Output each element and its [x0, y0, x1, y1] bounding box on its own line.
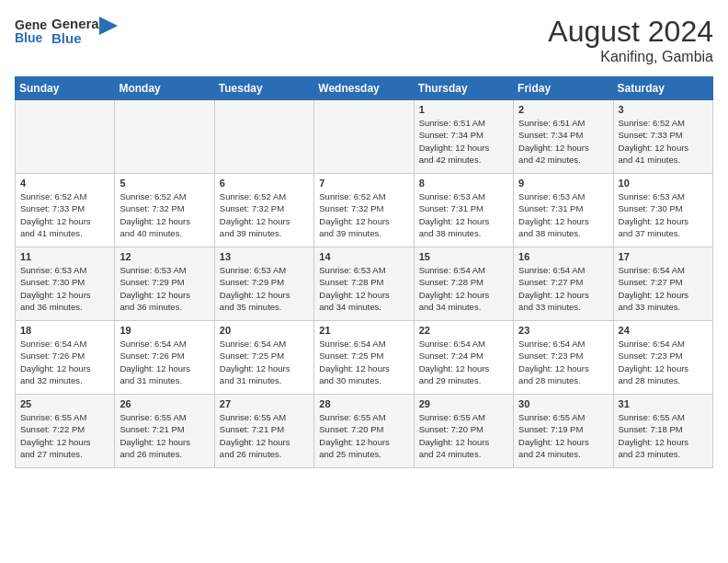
day-number: 31 — [619, 398, 708, 409]
calendar-cell: 29Sunrise: 6:55 AM Sunset: 7:20 PM Dayli… — [414, 395, 513, 468]
day-number: 27 — [220, 398, 309, 409]
week-row-4: 18Sunrise: 6:54 AM Sunset: 7:26 PM Dayli… — [16, 321, 713, 395]
day-info: Sunrise: 6:55 AM Sunset: 7:20 PM Dayligh… — [319, 411, 408, 460]
header-day-thursday: Thursday — [414, 77, 513, 100]
day-info: Sunrise: 6:55 AM Sunset: 7:22 PM Dayligh… — [20, 411, 109, 460]
day-info: Sunrise: 6:55 AM Sunset: 7:21 PM Dayligh… — [119, 411, 209, 460]
day-info: Sunrise: 6:55 AM Sunset: 7:19 PM Dayligh… — [518, 411, 608, 460]
calendar-cell — [314, 100, 414, 174]
day-number: 22 — [419, 325, 508, 336]
calendar-cell — [115, 100, 214, 174]
day-info: Sunrise: 6:54 AM Sunset: 7:26 PM Dayligh… — [20, 338, 109, 386]
day-info: Sunrise: 6:52 AM Sunset: 7:32 PM Dayligh… — [220, 190, 309, 239]
day-info: Sunrise: 6:54 AM Sunset: 7:28 PM Dayligh… — [419, 264, 508, 313]
calendar-cell: 12Sunrise: 6:53 AM Sunset: 7:29 PM Dayli… — [115, 247, 214, 321]
calendar-cell: 4Sunrise: 6:52 AM Sunset: 7:33 PM Daylig… — [16, 174, 115, 247]
header-row: SundayMondayTuesdayWednesdayThursdayFrid… — [16, 77, 713, 100]
calendar-table: SundayMondayTuesdayWednesdayThursdayFrid… — [15, 76, 713, 468]
day-info: Sunrise: 6:54 AM Sunset: 7:23 PM Dayligh… — [518, 338, 608, 386]
header-day-sunday: Sunday — [16, 77, 115, 100]
day-number: 16 — [518, 251, 608, 262]
header-day-monday: Monday — [115, 77, 214, 100]
day-info: Sunrise: 6:53 AM Sunset: 7:31 PM Dayligh… — [518, 190, 608, 239]
day-number: 5 — [119, 178, 209, 189]
day-info: Sunrise: 6:53 AM Sunset: 7:31 PM Dayligh… — [419, 190, 508, 239]
calendar-cell: 18Sunrise: 6:54 AM Sunset: 7:26 PM Dayli… — [16, 321, 115, 395]
calendar-cell: 13Sunrise: 6:53 AM Sunset: 7:29 PM Dayli… — [214, 247, 313, 321]
day-info: Sunrise: 6:55 AM Sunset: 7:21 PM Dayligh… — [220, 411, 309, 460]
calendar-cell: 11Sunrise: 6:53 AM Sunset: 7:30 PM Dayli… — [16, 247, 115, 321]
day-info: Sunrise: 6:54 AM Sunset: 7:25 PM Dayligh… — [319, 338, 408, 386]
svg-marker-3 — [99, 17, 118, 35]
calendar-cell: 7Sunrise: 6:52 AM Sunset: 7:32 PM Daylig… — [314, 174, 414, 247]
title-block: August 2024 Kanifing, Gambia — [548, 15, 713, 65]
day-info: Sunrise: 6:53 AM Sunset: 7:29 PM Dayligh… — [119, 264, 209, 313]
day-number: 6 — [220, 178, 309, 189]
day-info: Sunrise: 6:54 AM Sunset: 7:27 PM Dayligh… — [619, 264, 708, 313]
calendar-cell: 22Sunrise: 6:54 AM Sunset: 7:24 PM Dayli… — [414, 321, 513, 395]
calendar-cell: 17Sunrise: 6:54 AM Sunset: 7:27 PM Dayli… — [613, 247, 712, 321]
day-number: 9 — [518, 178, 608, 189]
day-info: Sunrise: 6:52 AM Sunset: 7:32 PM Dayligh… — [119, 190, 209, 239]
day-number: 24 — [619, 325, 708, 336]
calendar-cell: 1Sunrise: 6:51 AM Sunset: 7:34 PM Daylig… — [414, 100, 513, 174]
location-subtitle: Kanifing, Gambia — [548, 49, 713, 65]
week-row-5: 25Sunrise: 6:55 AM Sunset: 7:22 PM Dayli… — [16, 395, 713, 468]
calendar-cell: 30Sunrise: 6:55 AM Sunset: 7:19 PM Dayli… — [514, 395, 613, 468]
day-number: 30 — [518, 398, 608, 409]
header-day-tuesday: Tuesday — [214, 77, 313, 100]
logo-general: General — [51, 17, 103, 32]
calendar-cell: 27Sunrise: 6:55 AM Sunset: 7:21 PM Dayli… — [214, 395, 313, 468]
day-info: Sunrise: 6:54 AM Sunset: 7:27 PM Dayligh… — [518, 264, 608, 313]
day-number: 10 — [619, 178, 708, 189]
day-number: 19 — [119, 325, 209, 336]
day-info: Sunrise: 6:51 AM Sunset: 7:34 PM Dayligh… — [419, 117, 508, 166]
logo-arrow-icon — [99, 17, 118, 35]
day-number: 7 — [319, 178, 408, 189]
calendar-cell: 20Sunrise: 6:54 AM Sunset: 7:25 PM Dayli… — [214, 321, 313, 395]
day-number: 12 — [119, 251, 209, 262]
calendar-cell: 15Sunrise: 6:54 AM Sunset: 7:28 PM Dayli… — [414, 247, 513, 321]
day-info: Sunrise: 6:54 AM Sunset: 7:23 PM Dayligh… — [619, 338, 708, 386]
day-number: 23 — [518, 325, 608, 336]
calendar-header: SundayMondayTuesdayWednesdayThursdayFrid… — [16, 77, 713, 100]
calendar-cell: 3Sunrise: 6:52 AM Sunset: 7:33 PM Daylig… — [613, 100, 712, 174]
calendar-cell: 8Sunrise: 6:53 AM Sunset: 7:31 PM Daylig… — [414, 174, 513, 247]
week-row-1: 1Sunrise: 6:51 AM Sunset: 7:34 PM Daylig… — [16, 100, 713, 174]
day-number: 26 — [119, 398, 209, 409]
day-info: Sunrise: 6:52 AM Sunset: 7:33 PM Dayligh… — [20, 190, 109, 239]
calendar-cell — [16, 100, 115, 174]
calendar-cell: 2Sunrise: 6:51 AM Sunset: 7:34 PM Daylig… — [514, 100, 613, 174]
day-number: 1 — [419, 104, 508, 115]
header-day-saturday: Saturday — [613, 77, 712, 100]
logo-icon: General Blue — [15, 15, 48, 48]
calendar-cell: 25Sunrise: 6:55 AM Sunset: 7:22 PM Dayli… — [16, 395, 115, 468]
month-year-title: August 2024 — [548, 15, 713, 49]
day-number: 15 — [419, 251, 508, 262]
svg-text:Blue: Blue — [15, 30, 43, 45]
calendar-cell: 31Sunrise: 6:55 AM Sunset: 7:18 PM Dayli… — [613, 395, 712, 468]
calendar-cell: 5Sunrise: 6:52 AM Sunset: 7:32 PM Daylig… — [115, 174, 214, 247]
day-info: Sunrise: 6:53 AM Sunset: 7:28 PM Dayligh… — [319, 264, 408, 313]
day-info: Sunrise: 6:55 AM Sunset: 7:18 PM Dayligh… — [619, 411, 708, 460]
day-number: 21 — [319, 325, 408, 336]
calendar-cell: 23Sunrise: 6:54 AM Sunset: 7:23 PM Dayli… — [514, 321, 613, 395]
day-number: 20 — [220, 325, 309, 336]
day-number: 28 — [319, 398, 408, 409]
day-number: 18 — [20, 325, 109, 336]
week-row-2: 4Sunrise: 6:52 AM Sunset: 7:33 PM Daylig… — [16, 174, 713, 247]
day-info: Sunrise: 6:52 AM Sunset: 7:33 PM Dayligh… — [619, 117, 708, 166]
day-info: Sunrise: 6:53 AM Sunset: 7:29 PM Dayligh… — [220, 264, 309, 313]
day-number: 11 — [20, 251, 109, 262]
calendar-cell: 6Sunrise: 6:52 AM Sunset: 7:32 PM Daylig… — [214, 174, 313, 247]
calendar-cell: 9Sunrise: 6:53 AM Sunset: 7:31 PM Daylig… — [514, 174, 613, 247]
week-row-3: 11Sunrise: 6:53 AM Sunset: 7:30 PM Dayli… — [16, 247, 713, 321]
calendar-body: 1Sunrise: 6:51 AM Sunset: 7:34 PM Daylig… — [16, 100, 713, 468]
calendar-cell: 28Sunrise: 6:55 AM Sunset: 7:20 PM Dayli… — [314, 395, 414, 468]
day-number: 8 — [419, 178, 508, 189]
day-info: Sunrise: 6:52 AM Sunset: 7:32 PM Dayligh… — [319, 190, 408, 239]
calendar-cell: 14Sunrise: 6:53 AM Sunset: 7:28 PM Dayli… — [314, 247, 414, 321]
day-number: 2 — [518, 104, 608, 115]
day-number: 29 — [419, 398, 508, 409]
day-info: Sunrise: 6:54 AM Sunset: 7:26 PM Dayligh… — [119, 338, 209, 386]
